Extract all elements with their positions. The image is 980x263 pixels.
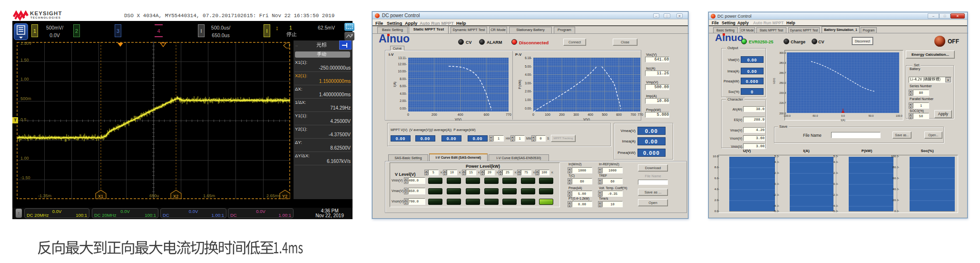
svg-text:0.0: 0.0 [841,114,845,117]
svg-text:0: 0 [407,113,409,116]
svg-text:0: 0 [532,113,534,116]
svg-text:283.3: 283.3 [779,61,786,64]
svg-text:233.3: 233.3 [779,91,786,94]
svg-text:8.00-: 8.00- [400,77,407,81]
svg-text:700: 700 [630,113,636,116]
svg-text:6.00-: 6.00- [400,84,407,88]
svg-text:216.7: 216.7 [779,101,786,104]
svg-text:-50.0: -50.0 [812,114,818,117]
svg-text:3.00-: 3.00- [525,81,532,85]
svg-text:50.0: 50.0 [869,114,874,117]
svg-text:266.7: 266.7 [779,71,786,74]
svg-text:0.00-: 0.00- [400,107,407,110]
svg-text:1.00-: 1.00- [525,98,532,101]
svg-text:100.0: 100.0 [896,114,902,117]
svg-text:200: 200 [559,113,565,116]
svg-text:300.0: 300.0 [779,51,786,54]
svg-text:V(V): V(V) [583,118,590,121]
svg-text:200: 200 [431,113,437,116]
svg-text:300: 300 [573,113,579,116]
svg-text:P(kW): P(kW) [518,80,522,89]
svg-text:I(A): I(A) [841,119,845,121]
svg-text:13.11-: 13.11- [398,56,407,60]
svg-text:400: 400 [588,113,593,116]
svg-text:500: 500 [602,113,608,116]
svg-text:Y2: Y2 [282,194,287,199]
svg-text:100: 100 [545,113,550,116]
svg-text:770: 770 [506,113,511,116]
svg-text:2.00-: 2.00- [525,90,532,93]
svg-text:770: 770 [637,113,643,116]
svg-text:U(V): U(V) [773,78,775,84]
svg-text:10.00-: 10.00- [398,70,407,73]
svg-text:6.18-: 6.18- [525,56,532,60]
svg-text:4.00-: 4.00- [525,73,532,76]
svg-text:X2: X2 [173,194,178,199]
svg-text:I(A): I(A) [393,81,397,87]
svg-text:P-V: P-V [515,52,522,57]
svg-text:0.00-: 0.00- [525,107,532,110]
svg-text:X1: X1 [98,194,103,199]
svg-text:2.00-: 2.00- [400,99,407,102]
svg-text:I-V: I-V [389,52,394,57]
svg-text:600: 600 [484,113,490,116]
svg-text:V(V): V(V) [455,118,461,121]
svg-text:5.00-: 5.00- [525,65,532,68]
svg-text:-100.0: -100.0 [783,114,791,117]
svg-text:4.00-: 4.00- [400,92,407,95]
svg-text:f1: f1 [289,43,290,48]
svg-text:12.00-: 12.00- [398,62,407,66]
svg-text:400: 400 [458,113,463,116]
svg-text:600: 600 [616,113,622,116]
svg-text:250.0: 250.0 [779,81,786,84]
